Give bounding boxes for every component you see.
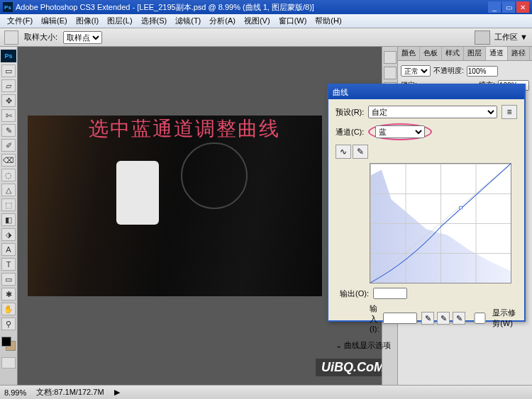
menu-view[interactable]: 视图(V) — [240, 14, 275, 28]
app-icon: Ps — [3, 2, 13, 12]
curve-graph[interactable] — [370, 163, 511, 283]
window-maximize-button[interactable]: ▭ — [502, 1, 515, 13]
preset-label: 预设(R): — [336, 107, 364, 118]
window-close-button[interactable]: ✕ — [516, 1, 529, 13]
stamp-tool[interactable]: ◌ — [1, 169, 16, 181]
curve-mode-button[interactable]: ∿ — [336, 145, 351, 159]
type-tool[interactable]: T — [1, 258, 16, 271]
curves-dialog-title[interactable]: 曲线 — [328, 85, 524, 99]
tutorial-annotation: 选中蓝通道调整曲线 — [89, 116, 280, 142]
svg-rect-1 — [460, 207, 462, 209]
app-title: Adobe Photoshop CS3 Extended — [16, 3, 130, 11]
document-image — [28, 116, 322, 296]
gray-point-eyedropper[interactable]: ✎ — [437, 312, 450, 325]
curve-line — [370, 164, 511, 283]
svg-line-0 — [370, 164, 511, 283]
tab-styles[interactable]: 样式 — [442, 47, 464, 60]
quickmask-toggle[interactable] — [1, 357, 16, 369]
tab-layers[interactable]: 图层 — [464, 47, 486, 60]
preset-menu-icon[interactable]: ≡ — [501, 105, 517, 119]
blur-tool[interactable]: ⬗ — [1, 228, 16, 241]
show-clipping-checkbox[interactable] — [470, 313, 490, 324]
opacity-input[interactable] — [467, 66, 498, 77]
curves-dialog[interactable]: 曲线 预设(R): 自定 ≡ 通道(C): 蓝 ∿ ✎ — [327, 84, 526, 322]
menu-window[interactable]: 窗口(W) — [275, 14, 311, 28]
histogram-panel-icon[interactable] — [384, 67, 397, 79]
menu-filter[interactable]: 滤镜(T) — [171, 14, 205, 28]
white-point-eyedropper[interactable]: ✎ — [453, 312, 465, 325]
history-brush-tool[interactable]: △ — [1, 184, 16, 196]
pen-tool[interactable]: ▭ — [1, 273, 16, 286]
ps-logo-icon: Ps — [1, 50, 16, 62]
pencil-mode-button[interactable]: ✎ — [353, 145, 368, 159]
sample-size-label: 取样大小: — [24, 32, 57, 43]
menu-help[interactable]: 帮助(H) — [311, 14, 345, 28]
document-info[interactable]: 文档:87.1M/172.7M — [36, 387, 104, 398]
eraser-tool[interactable]: ⬚ — [1, 198, 16, 211]
menu-file[interactable]: 文件(F) — [3, 14, 37, 28]
watermark: UiBQ.CoM — [316, 359, 390, 376]
tool-palette: Ps ▭ ▱ ✥ ✄ ✎ ✐ ⌫ ◌ △ ⬚ ◧ ⬗ A T ▭ ✱ ✋ ⚲ — [0, 47, 18, 385]
eyedropper-tool[interactable]: ✎ — [1, 124, 16, 137]
blend-mode-select[interactable]: 正常 — [401, 65, 431, 77]
healing-tool[interactable]: ✐ — [1, 139, 16, 152]
dodge-tool[interactable]: A — [1, 243, 16, 256]
channel-label: 通道(C): — [336, 127, 364, 137]
doc-title: [LEE_2195副本.psd @ 8.99% (曲线 1, 图层蒙版/8)] — [137, 2, 314, 13]
curve-display-options-toggle[interactable]: ⌄ 曲线显示选项 — [336, 340, 517, 351]
panel-tabs: 颜色 色板 样式 图层 通道 路径 — [398, 47, 532, 61]
preset-select[interactable]: 自定 — [368, 106, 497, 118]
channel-select[interactable]: 蓝 — [375, 125, 425, 138]
goto-bridge-button[interactable] — [475, 30, 490, 45]
hand-tool[interactable]: ✋ — [1, 303, 16, 315]
status-arrow-icon[interactable]: ▶ — [114, 388, 120, 397]
tab-channels[interactable]: 通道 — [486, 47, 508, 60]
crop-tool[interactable]: ✄ — [1, 109, 16, 122]
zoom-level[interactable]: 8.99% — [4, 388, 26, 397]
shape-tool[interactable]: ✱ — [1, 288, 16, 300]
menu-bar: 文件(F) 编辑(E) 图像(I) 图层(L) 选择(S) 滤镜(T) 分析(A… — [0, 14, 532, 28]
lasso-tool[interactable]: ✥ — [1, 94, 16, 107]
menu-edit[interactable]: 编辑(E) — [37, 14, 72, 28]
active-tool-icon[interactable] — [4, 30, 18, 45]
menu-image[interactable]: 图像(I) — [72, 14, 103, 28]
status-bar: 8.99% 文档:87.1M/172.7M ▶ — [0, 385, 532, 399]
show-clipping-label: 显示修剪(W) — [492, 308, 519, 329]
tab-swatches[interactable]: 色板 — [420, 47, 442, 60]
window-minimize-button[interactable]: _ — [488, 1, 501, 13]
options-bar: 取样大小: 取样点 工作区 ▼ — [0, 28, 532, 47]
input-input[interactable] — [383, 313, 417, 324]
opacity-label: 不透明度: — [433, 66, 464, 76]
brush-tool[interactable]: ⌫ — [1, 154, 16, 167]
tab-paths[interactable]: 路径 — [508, 47, 530, 60]
menu-select[interactable]: 选择(S) — [137, 14, 172, 28]
marquee-tool[interactable]: ▱ — [1, 79, 16, 92]
foreground-color[interactable] — [1, 337, 11, 347]
workspace-menu[interactable]: 工作区 ▼ — [494, 32, 528, 43]
input-label: 输入(I): — [370, 303, 379, 333]
output-input[interactable] — [373, 288, 407, 299]
sample-size-select[interactable]: 取样点 — [63, 31, 102, 44]
move-tool[interactable]: ▭ — [1, 64, 16, 77]
tab-color[interactable]: 颜色 — [398, 47, 420, 60]
chevron-down-icon: ⌄ — [336, 341, 342, 349]
black-point-eyedropper[interactable]: ✎ — [421, 312, 434, 325]
zoom-tool[interactable]: ⚲ — [1, 317, 16, 330]
menu-layer[interactable]: 图层(L) — [103, 14, 136, 28]
color-swatch[interactable] — [1, 337, 16, 351]
window-titlebar: Ps Adobe Photoshop CS3 Extended - [LEE_2… — [0, 0, 532, 14]
menu-analysis[interactable]: 分析(A) — [205, 14, 240, 28]
output-label: 输出(O): — [340, 288, 369, 299]
navigator-panel-icon[interactable] — [384, 51, 397, 64]
gradient-tool[interactable]: ◧ — [1, 213, 16, 226]
